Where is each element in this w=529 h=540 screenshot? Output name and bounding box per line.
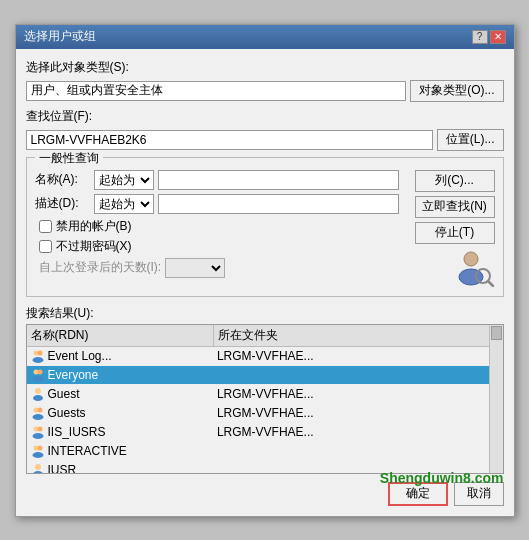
- object-type-value: 用户、组或内置安全主体: [26, 81, 407, 101]
- name-query-row: 名称(A): 起始为: [35, 170, 399, 190]
- cell-name: INTERACTIVE: [27, 442, 213, 460]
- find-button[interactable]: 立即查找(N): [415, 196, 495, 218]
- table-row[interactable]: Guest LRGM-VVFHAE...: [27, 385, 489, 404]
- ok-button[interactable]: 确定: [388, 482, 448, 506]
- svg-point-13: [37, 407, 42, 412]
- search-results-label: 搜索结果(U):: [26, 305, 504, 322]
- cell-folder: LRGM-VVFHAE...: [213, 423, 489, 441]
- object-type-label: 选择此对象类型(S):: [26, 59, 504, 76]
- close-button[interactable]: ✕: [490, 30, 506, 44]
- general-query-title: 一般性查询: [35, 150, 103, 167]
- row-name-text: Guest: [48, 387, 80, 401]
- cell-folder: [213, 373, 489, 377]
- svg-point-17: [32, 433, 43, 439]
- table-row[interactable]: Guests LRGM-VVFHAE...: [27, 404, 489, 423]
- no-expire-row: 不过期密码(X): [35, 238, 399, 255]
- row-name-text: Everyone: [48, 368, 99, 382]
- group-icon: [31, 406, 45, 420]
- row-name-text: IUSR: [48, 463, 77, 473]
- results-wrapper: 名称(RDN) 所在文件夹 Event Log... LRGM-VVFHAE..…: [26, 324, 504, 474]
- help-button[interactable]: ?: [472, 30, 488, 44]
- days-row: 自上次登录后的天数(I):: [35, 258, 399, 278]
- disabled-accounts-row: 禁用的帐户(B): [35, 218, 399, 235]
- location-value: LRGM-VVFHAEB2K6: [26, 130, 433, 150]
- table-row[interactable]: IIS_IUSRS LRGM-VVFHAE...: [27, 423, 489, 442]
- svg-point-20: [32, 452, 43, 458]
- dialog-title: 选择用户或组: [24, 28, 96, 45]
- general-query-box: 一般性查询 名称(A): 起始为 描述(D): 起: [26, 157, 504, 297]
- avatar-icon: [455, 248, 495, 288]
- cell-folder: [213, 468, 489, 472]
- results-body: Event Log... LRGM-VVFHAE... Everyone Gue…: [27, 347, 489, 473]
- table-row[interactable]: Everyone: [27, 366, 489, 385]
- svg-point-0: [464, 252, 478, 266]
- svg-point-19: [37, 445, 42, 450]
- results-inner: 名称(RDN) 所在文件夹 Event Log... LRGM-VVFHAE..…: [27, 325, 489, 473]
- title-bar-buttons: ? ✕: [472, 30, 506, 44]
- row-name-text: Event Log...: [48, 349, 112, 363]
- svg-point-21: [35, 464, 41, 470]
- desc-query-input[interactable]: [158, 194, 399, 214]
- no-expire-label: 不过期密码(X): [56, 238, 132, 255]
- location-row: 查找位置(F): LRGM-VVFHAEB2K6 位置(L)...: [26, 108, 504, 151]
- group-icon: [31, 444, 45, 458]
- svg-point-16: [37, 426, 42, 431]
- bottom-buttons: 确定 取消: [26, 482, 504, 506]
- desc-query-select[interactable]: 起始为: [94, 194, 154, 214]
- days-label: 自上次登录后的天数(I):: [39, 259, 162, 276]
- user-search-icon: [456, 249, 494, 287]
- cancel-button[interactable]: 取消: [454, 482, 504, 506]
- svg-line-3: [488, 281, 493, 286]
- table-row[interactable]: INTERACTIVE: [27, 442, 489, 461]
- desc-query-row: 描述(D): 起始为: [35, 194, 399, 214]
- no-expire-checkbox[interactable]: [39, 240, 52, 253]
- dialog-window: 选择用户或组 ? ✕ 选择此对象类型(S): 用户、组或内置安全主体 对象类型(…: [15, 24, 515, 517]
- name-query-input[interactable]: [158, 170, 399, 190]
- svg-point-8: [37, 369, 42, 374]
- object-type-button[interactable]: 对象类型(O)...: [410, 80, 503, 102]
- days-select[interactable]: [165, 258, 225, 278]
- query-fields: 名称(A): 起始为 描述(D): 起始为: [35, 170, 399, 288]
- disabled-accounts-checkbox[interactable]: [39, 220, 52, 233]
- cell-folder: LRGM-VVFHAE...: [213, 347, 489, 365]
- row-name-text: INTERACTIVE: [48, 444, 127, 458]
- row-name-text: IIS_IUSRS: [48, 425, 106, 439]
- user-icon: [31, 387, 45, 401]
- group-icon: [31, 368, 45, 382]
- stop-button[interactable]: 停止(T): [415, 222, 495, 244]
- disabled-accounts-label: 禁用的帐户(B): [56, 218, 132, 235]
- cell-folder: [213, 449, 489, 453]
- cell-name: IUSR: [27, 461, 213, 473]
- svg-point-6: [32, 357, 43, 363]
- svg-point-22: [33, 471, 43, 473]
- cell-name: Everyone: [27, 366, 213, 384]
- title-bar: 选择用户或组 ? ✕: [16, 25, 514, 49]
- group-icon: [31, 349, 45, 363]
- name-query-label: 名称(A):: [35, 171, 90, 188]
- search-results-section: 搜索结果(U): 名称(RDN) 所在文件夹 Event Log... LRGM…: [26, 305, 504, 474]
- cell-name: Event Log...: [27, 347, 213, 365]
- desc-query-label: 描述(D):: [35, 195, 90, 212]
- query-right-buttons: 列(C)... 立即查找(N) 停止(T): [415, 170, 495, 288]
- cell-folder: LRGM-VVFHAE...: [213, 385, 489, 403]
- svg-point-5: [37, 350, 42, 355]
- table-header: 名称(RDN) 所在文件夹: [27, 325, 489, 347]
- table-row[interactable]: IUSR: [27, 461, 489, 473]
- svg-point-11: [33, 395, 43, 401]
- name-query-select[interactable]: 起始为: [94, 170, 154, 190]
- cell-name: Guest: [27, 385, 213, 403]
- svg-point-14: [32, 414, 43, 420]
- object-type-row: 选择此对象类型(S): 用户、组或内置安全主体 对象类型(O)...: [26, 59, 504, 102]
- dialog-content: 选择此对象类型(S): 用户、组或内置安全主体 对象类型(O)... 查找位置(…: [16, 49, 514, 516]
- cell-folder: LRGM-VVFHAE...: [213, 404, 489, 422]
- scrollbar[interactable]: [489, 325, 503, 473]
- location-button[interactable]: 位置(L)...: [437, 129, 504, 151]
- cell-name: Guests: [27, 404, 213, 422]
- cell-name: IIS_IUSRS: [27, 423, 213, 441]
- table-row[interactable]: Event Log... LRGM-VVFHAE...: [27, 347, 489, 366]
- col-header-name: 名称(RDN): [27, 325, 214, 346]
- col-button[interactable]: 列(C)...: [415, 170, 495, 192]
- svg-point-9: [32, 376, 43, 382]
- group-icon: [31, 425, 45, 439]
- row-name-text: Guests: [48, 406, 86, 420]
